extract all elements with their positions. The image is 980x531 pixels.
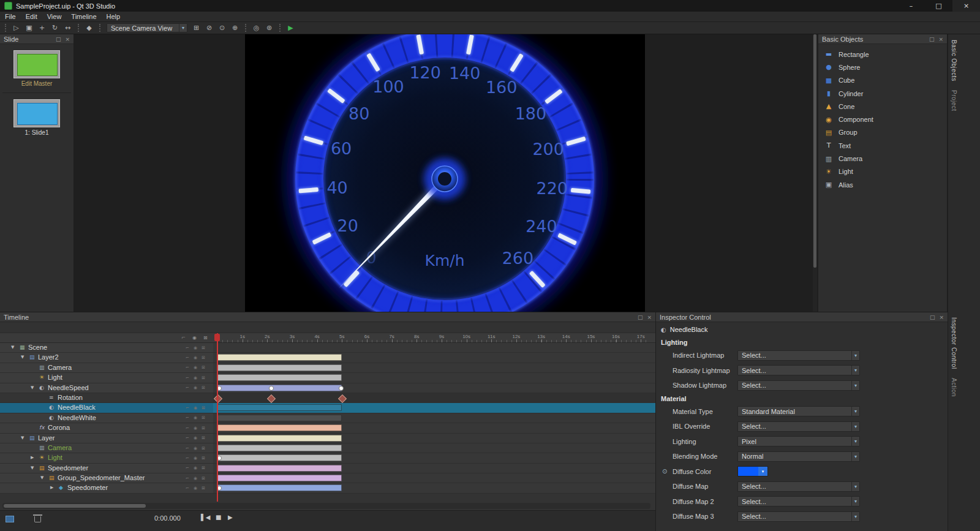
slide-thumbnail-1-slide1[interactable] bbox=[13, 99, 60, 127]
tab-basic-objects[interactable]: Basic Objects bbox=[951, 36, 957, 86]
time-bar[interactable] bbox=[217, 364, 342, 371]
shy-toggle[interactable]: ⌐ bbox=[186, 385, 189, 390]
toolbar-handle[interactable] bbox=[99, 24, 100, 32]
lock-toggle[interactable]: ⊠ bbox=[202, 345, 205, 350]
menu-edit[interactable]: Edit bbox=[21, 13, 42, 20]
expander-icon[interactable]: ▼ bbox=[21, 434, 24, 443]
rewind-button[interactable]: ▌◀ bbox=[201, 514, 210, 521]
time-bar[interactable] bbox=[217, 424, 342, 431]
time-bar[interactable] bbox=[217, 465, 342, 472]
time-bar[interactable] bbox=[217, 354, 342, 361]
slide-thumbnail-edit-master[interactable] bbox=[13, 50, 60, 78]
timeline-row-layer2[interactable]: ▼▤Layer2⌐◉⊠ bbox=[0, 353, 655, 363]
shy-toggle[interactable]: ⌐ bbox=[186, 405, 189, 410]
shy-toggle[interactable]: ⌐ bbox=[186, 476, 189, 481]
lock-toggle[interactable]: ⊠ bbox=[202, 486, 205, 491]
shy-toggle[interactable]: ⌐ bbox=[186, 465, 189, 470]
playhead-time-display[interactable]: 0:00.000 bbox=[154, 514, 181, 522]
blending-mode-select[interactable]: Normal▾ bbox=[737, 451, 860, 462]
playhead-line[interactable] bbox=[217, 333, 218, 502]
eye-toggle[interactable]: ◉ bbox=[194, 415, 197, 420]
toolbar-handle[interactable] bbox=[78, 24, 79, 32]
lock-toggle[interactable]: ⊠ bbox=[202, 426, 205, 431]
eye-column-icon[interactable]: ◉ bbox=[192, 335, 197, 341]
toolbar-handle[interactable] bbox=[5, 24, 6, 32]
timeline-horizontal-scrollbar[interactable] bbox=[2, 503, 650, 509]
lock-toggle[interactable]: ⊠ bbox=[202, 465, 205, 470]
eye-toggle[interactable]: ◉ bbox=[194, 345, 197, 350]
shading-mode-icon[interactable]: ◎ bbox=[250, 23, 263, 34]
menu-view[interactable]: View bbox=[42, 13, 67, 20]
tab-project[interactable]: Project bbox=[951, 86, 957, 116]
menu-timeline[interactable]: Timeline bbox=[66, 13, 101, 20]
basic-object-group[interactable]: ▤Group bbox=[818, 126, 947, 139]
fit-selected-icon[interactable]: ⊞ bbox=[190, 23, 203, 34]
timeline-row-needleblack[interactable]: ◐NeedleBlack⌐◉⊠ bbox=[0, 403, 655, 413]
expander-icon[interactable]: ▶ bbox=[50, 483, 53, 493]
timeline-row-speedometer[interactable]: ▼▤Speedometer⌐◉⊠ bbox=[0, 464, 655, 473]
tab-inspector-control[interactable]: Inspector Control bbox=[951, 313, 957, 374]
shy-column-icon[interactable]: ⌐ bbox=[181, 335, 186, 341]
basic-object-text[interactable]: TText bbox=[818, 139, 947, 152]
basic-object-component[interactable]: ◉Component bbox=[818, 113, 947, 126]
orbit-mode-icon[interactable]: ⊕ bbox=[228, 23, 241, 34]
select-tool-icon[interactable]: ▷ bbox=[10, 23, 23, 34]
globe-icon[interactable]: ⊛ bbox=[263, 23, 276, 34]
lock-toggle[interactable]: ⊠ bbox=[202, 365, 205, 370]
eye-toggle[interactable]: ◉ bbox=[194, 435, 197, 440]
time-bar[interactable] bbox=[217, 445, 342, 451]
delete-object-icon[interactable] bbox=[34, 516, 41, 522]
ibl-override-select[interactable]: Select...▾ bbox=[737, 421, 860, 432]
timeline-row-light[interactable]: ☀Light⌐◉⊠ bbox=[0, 373, 655, 383]
expander-icon[interactable]: ▼ bbox=[40, 473, 43, 483]
time-bar[interactable] bbox=[217, 454, 342, 461]
keyframe-dot[interactable] bbox=[339, 386, 344, 391]
group-select-tool-icon[interactable]: ▣ bbox=[23, 23, 36, 34]
time-bar[interactable] bbox=[217, 435, 342, 442]
float-panel-icon[interactable]: □ bbox=[930, 314, 935, 320]
float-panel-icon[interactable]: □ bbox=[638, 314, 643, 320]
eye-toggle[interactable]: ◉ bbox=[194, 486, 197, 491]
lock-toggle[interactable]: ⊠ bbox=[202, 456, 205, 461]
close-button[interactable]: × bbox=[952, 0, 980, 12]
expander-icon[interactable]: ▼ bbox=[31, 383, 34, 393]
timeline-row-needlewhite[interactable]: ◐NeedleWhite⌐◉⊠ bbox=[0, 413, 655, 423]
lock-toggle[interactable]: ⊠ bbox=[202, 476, 205, 481]
shy-toggle[interactable]: ⌐ bbox=[186, 456, 189, 461]
diffuse-color-picker[interactable]: ▾ bbox=[737, 466, 768, 476]
shy-toggle[interactable]: ⌐ bbox=[186, 365, 189, 370]
animate-property-icon[interactable]: ⊙ bbox=[662, 468, 667, 475]
timeline-row-scene[interactable]: ▼▦Scene⌐◉⊠ bbox=[0, 343, 655, 353]
time-bar[interactable] bbox=[217, 374, 342, 381]
menu-file[interactable]: File bbox=[0, 13, 21, 20]
time-bar[interactable] bbox=[217, 475, 342, 481]
toolbar-handle[interactable] bbox=[245, 24, 246, 32]
lock-toggle[interactable]: ⊠ bbox=[202, 375, 205, 380]
eye-toggle[interactable]: ◉ bbox=[194, 355, 197, 360]
lock-toggle[interactable]: ⊠ bbox=[202, 405, 205, 410]
basic-object-sphere[interactable]: ●Sphere bbox=[818, 61, 947, 73]
basic-object-cube[interactable]: ■Cube bbox=[818, 74, 947, 87]
expander-icon[interactable]: ▶ bbox=[31, 453, 34, 463]
eye-toggle[interactable]: ◉ bbox=[194, 426, 197, 431]
float-panel-icon[interactable]: □ bbox=[56, 36, 61, 42]
eye-toggle[interactable]: ◉ bbox=[194, 456, 197, 461]
basic-object-camera[interactable]: ▥Camera bbox=[818, 152, 947, 165]
lock-toggle[interactable]: ⊠ bbox=[202, 385, 205, 390]
tab-action[interactable]: Action bbox=[951, 374, 957, 401]
shy-toggle[interactable]: ⌐ bbox=[186, 446, 189, 451]
keyframe-diamond[interactable] bbox=[214, 394, 222, 403]
shy-toggle[interactable]: ⌐ bbox=[186, 345, 189, 350]
playhead-handle[interactable] bbox=[214, 334, 220, 341]
eye-toggle[interactable]: ◉ bbox=[194, 405, 197, 410]
eye-toggle[interactable]: ◉ bbox=[194, 446, 197, 451]
basic-object-cylinder[interactable]: ▮Cylinder bbox=[818, 87, 947, 100]
shy-toggle[interactable]: ⌐ bbox=[186, 486, 189, 491]
indirect-lightmap-select[interactable]: Select...▾ bbox=[737, 350, 860, 361]
close-panel-icon[interactable]: × bbox=[938, 36, 943, 42]
scene-render-area[interactable]: 020406080100120140160180200220240260Km/h bbox=[245, 34, 645, 312]
shy-toggle[interactable]: ⌐ bbox=[186, 435, 189, 440]
keyframe-dot[interactable] bbox=[269, 386, 274, 391]
diffuse-map-select[interactable]: Select...▾ bbox=[737, 481, 860, 492]
chevron-down-icon[interactable]: ▾ bbox=[758, 467, 767, 476]
